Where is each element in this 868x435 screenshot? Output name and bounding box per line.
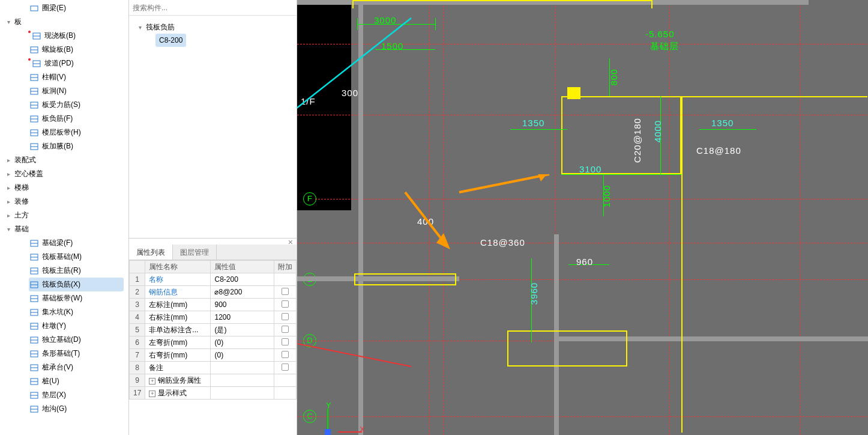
tree-group[interactable]: ▸装修 (0, 195, 128, 208)
tree-item[interactable]: 板洞(N) (0, 84, 128, 98)
tree-item-ring-beam[interactable]: 圈梁(E) (0, 1, 128, 15)
tree-item[interactable]: 条形基础(T) (0, 347, 128, 360)
floor-label: 1/F (301, 96, 316, 106)
tree-item[interactable]: 基础板带(W) (0, 291, 128, 305)
prop-value[interactable] (211, 362, 274, 374)
tree-group[interactable]: ▸楼梯 (0, 181, 128, 195)
checkbox[interactable] (282, 313, 289, 320)
expand-icon[interactable]: + (149, 378, 155, 385)
tree-group[interactable]: ▸土方 (0, 208, 128, 222)
component-icon (30, 253, 38, 261)
grid-marker-F: F (303, 192, 316, 205)
tree-item[interactable]: 垫层(X) (0, 388, 128, 402)
tree-item[interactable]: 楼层板带(H) (0, 126, 128, 139)
checkbox[interactable] (282, 351, 289, 358)
tree-label: 土方 (14, 210, 29, 221)
header-rownum (130, 261, 145, 273)
prop-extra[interactable] (274, 362, 296, 374)
drawing-canvas[interactable]: F E D C 1/F 3000 1500 300 400 1350 1350 … (297, 0, 868, 435)
prop-extra[interactable] (274, 336, 296, 349)
tree-item[interactable]: 集水坑(K) (0, 305, 128, 319)
tree-item[interactable]: 独立基础(D) (0, 333, 128, 347)
header-name: 属性名称 (145, 261, 211, 273)
tree-item[interactable]: 筏板基础(M) (0, 250, 128, 264)
close-button[interactable] (129, 239, 297, 245)
tree-item[interactable]: 筏板主筋(R) (0, 264, 128, 278)
prop-value[interactable]: (0) (211, 336, 274, 349)
dim-1000: 1000 (601, 185, 612, 207)
tab-properties[interactable]: 属性列表 (129, 245, 173, 260)
tree-label: 筏板基础(M) (42, 252, 82, 262)
property-row[interactable]: 7右弯折(mm)(0) (130, 349, 297, 362)
prop-extra[interactable] (274, 299, 296, 311)
prop-value[interactable]: 900 (211, 299, 274, 311)
checkbox[interactable] (282, 338, 289, 345)
tree-item[interactable]: 坡道(PD) (0, 56, 128, 70)
prop-value[interactable]: 1200 (211, 311, 274, 324)
subtree-root[interactable]: ▾筏板负筋 (136, 20, 292, 34)
property-row[interactable]: 8备注 (130, 362, 297, 374)
prop-extra[interactable] (274, 311, 296, 324)
checkbox[interactable] (282, 300, 289, 308)
tree-item[interactable]: 筏板负筋(X) (29, 278, 124, 291)
tree-item[interactable]: 柱帽(V) (0, 70, 128, 84)
search-input[interactable] (129, 1, 297, 14)
subtree-item-c8-200[interactable]: C8-200 (155, 34, 186, 47)
tree-label: 装修 (14, 196, 29, 207)
tree-item[interactable]: 螺旋板(B) (0, 43, 128, 56)
checkbox[interactable] (282, 288, 289, 295)
checkbox[interactable] (282, 326, 289, 333)
prop-extra[interactable] (274, 349, 296, 362)
prop-value[interactable]: (是) (211, 324, 274, 336)
prop-extra[interactable] (274, 374, 296, 387)
property-row[interactable]: 17+显示样式 (130, 387, 297, 400)
property-row[interactable]: 4右标注(mm)1200 (130, 311, 297, 324)
tree-item[interactable]: 板受力筋(S) (0, 98, 128, 112)
tree-item[interactable]: 板加腋(B) (0, 139, 128, 153)
expand-icon[interactable]: + (149, 391, 155, 397)
tree-group-foundation[interactable]: ▾基础 (0, 222, 128, 236)
tree-item[interactable]: 桩(U) (0, 374, 128, 388)
dim-400: 400 (417, 216, 434, 227)
axis-origin (325, 429, 331, 435)
property-row[interactable]: 6左弯折(mm)(0) (130, 336, 297, 349)
tree-group-board[interactable]: ▾板 (0, 15, 128, 29)
property-row[interactable]: 1名称C8-200 (130, 273, 297, 286)
row-number: 2 (130, 286, 145, 299)
prop-value[interactable]: C8-200 (211, 273, 274, 286)
component-subtree: ▾筏板负筋 C8-200 (129, 16, 297, 238)
component-icon (30, 391, 38, 400)
row-number: 5 (130, 324, 145, 336)
tree-item[interactable]: 柱墩(Y) (0, 319, 128, 333)
component-icon (30, 267, 38, 275)
tree-item[interactable]: 地沟(G) (0, 402, 128, 416)
property-row[interactable]: 2钢筋信息⌀8@200 (130, 286, 297, 299)
tree-item[interactable]: 现浇板(B) (0, 29, 128, 43)
svg-rect-0 (31, 6, 38, 11)
prop-extra[interactable] (274, 387, 296, 400)
tree-label: 楼梯 (14, 183, 29, 193)
tree-item[interactable]: 板负筋(F) (0, 112, 128, 126)
prop-extra[interactable] (274, 286, 296, 299)
tree-item[interactable]: 基础梁(F) (0, 236, 128, 250)
property-row[interactable]: 5非单边标注含...(是) (130, 324, 297, 336)
prop-extra[interactable] (274, 273, 296, 286)
tree-group[interactable]: ▸空心楼盖 (0, 167, 128, 181)
tree-item[interactable]: 桩承台(V) (0, 360, 128, 374)
dim-1350: 1350 (522, 118, 544, 128)
property-row[interactable]: 3左标注(mm)900 (130, 299, 297, 311)
component-icon (30, 364, 38, 372)
prop-name: 右弯折(mm) (145, 349, 211, 362)
prop-value[interactable]: ⌀8@200 (211, 286, 274, 299)
prop-value[interactable]: (0) (211, 349, 274, 362)
prop-value[interactable] (211, 374, 274, 387)
checkbox[interactable] (282, 364, 289, 371)
row-number: 17 (130, 387, 145, 400)
prop-name: 钢筋信息 (145, 286, 211, 299)
tree-group[interactable]: ▸装配式 (0, 153, 128, 167)
prop-extra[interactable] (274, 324, 296, 336)
tab-layers[interactable]: 图层管理 (173, 245, 217, 260)
property-row[interactable]: 9+钢筋业务属性 (130, 374, 297, 387)
prop-value[interactable] (211, 387, 274, 400)
search-row (129, 0, 297, 16)
